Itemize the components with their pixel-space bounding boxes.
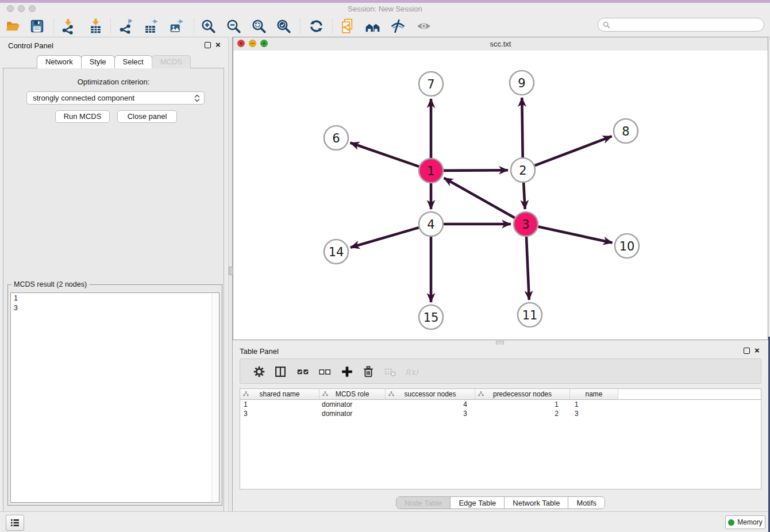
show-panels-button[interactable] — [6, 515, 24, 531]
toolbar-separator — [332, 19, 333, 34]
table-cell[interactable]: 2 — [475, 409, 570, 418]
graph-edge-1-6[interactable] — [351, 143, 419, 167]
zoom-out-button[interactable] — [224, 17, 243, 35]
close-panel-icon[interactable]: × — [215, 41, 222, 48]
table-cell[interactable]: 1 — [240, 400, 319, 409]
graph-edge-3-1[interactable] — [444, 178, 515, 218]
graph-node-9[interactable]: 9 — [510, 71, 534, 95]
delete-column-button[interactable] — [360, 363, 377, 380]
open-session-button[interactable] — [3, 17, 22, 35]
unselect-all-columns-button[interactable] — [316, 363, 333, 380]
optimization-dropdown[interactable]: strongly connected component — [26, 91, 205, 105]
close-panel-button[interactable]: Close panel — [117, 110, 177, 123]
graph-node-3[interactable]: 3 — [514, 212, 538, 236]
delete-table-button — [382, 363, 399, 380]
main-toolbar — [0, 16, 770, 37]
graph-edge-1-2[interactable] — [444, 170, 508, 171]
export-image-button[interactable] — [166, 17, 186, 35]
column-header-filler — [618, 389, 761, 400]
zoom-in-button[interactable] — [198, 17, 218, 35]
export-table-button[interactable] — [141, 17, 160, 35]
graph-node-4[interactable]: 4 — [419, 212, 443, 236]
table-tab-network-table[interactable]: Network Table — [505, 497, 568, 508]
graph-node-11[interactable]: 11 — [518, 303, 542, 327]
save-session-button[interactable] — [27, 17, 47, 35]
graph-edge-2-8[interactable] — [535, 136, 612, 165]
table-settings-button[interactable] — [251, 363, 268, 380]
table-header-row: shared nameMCDS rolesuccessor nodesprede… — [240, 389, 761, 400]
float-panel-icon[interactable] — [205, 42, 211, 49]
apply-layout-button[interactable] — [306, 17, 326, 35]
search-input[interactable] — [613, 20, 764, 30]
mcds-result-title: MCDS result (2 nodes) — [11, 280, 89, 288]
control-tab-mcds[interactable]: MCDS — [152, 55, 191, 68]
graph-node-1[interactable]: 1 — [419, 159, 443, 183]
table-tab-motifs[interactable]: Motifs — [568, 497, 605, 508]
control-tab-network[interactable]: Network — [37, 55, 82, 68]
graph-edge-2-3[interactable] — [523, 183, 525, 209]
control-tab-select[interactable]: Select — [114, 55, 152, 68]
graph-edge-4-14[interactable] — [351, 228, 419, 248]
vertical-splitter[interactable] — [228, 37, 233, 511]
table-cell[interactable]: 1 — [475, 400, 570, 409]
column-header-MCDS-role[interactable]: MCDS role — [319, 389, 386, 400]
graph-node-2[interactable]: 2 — [511, 158, 535, 182]
column-header-successor-nodes[interactable]: successor nodes — [386, 389, 475, 400]
export-network-button[interactable] — [116, 17, 135, 35]
column-header-name[interactable]: name — [570, 389, 618, 400]
graph-node-14[interactable]: 14 — [324, 240, 348, 264]
graph-node-10[interactable]: 10 — [615, 234, 639, 258]
mcds-result-list[interactable]: 13 — [10, 292, 220, 503]
float-panel-icon[interactable] — [744, 348, 750, 354]
main-titlebar: Session: New Session — [0, 3, 770, 16]
node-table: shared nameMCDS rolesuccessor nodesprede… — [240, 388, 761, 489]
list-icon — [10, 518, 20, 527]
table-cell[interactable]: 4 — [386, 400, 475, 409]
column-header-predecessor-nodes[interactable]: predecessor nodes — [475, 389, 570, 400]
table-tab-node-table[interactable]: Node Table — [396, 497, 451, 508]
table-cell[interactable]: dominator — [319, 409, 386, 418]
svg-text:15: 15 — [424, 311, 439, 325]
column-type-icon — [388, 391, 395, 399]
memory-button[interactable]: Memory — [725, 515, 765, 529]
search-field[interactable] — [598, 18, 764, 32]
table-cell[interactable]: 3 — [386, 409, 475, 418]
table-row[interactable]: 1dominator411 — [240, 400, 761, 409]
table-panel-title: Table Panel — [240, 347, 279, 356]
table-cell[interactable]: 1 — [570, 400, 618, 409]
table-cell[interactable]: dominator — [319, 400, 386, 409]
zoom-fit-button[interactable] — [249, 17, 268, 35]
horizontal-splitter[interactable] — [233, 340, 768, 345]
close-panel-icon[interactable]: × — [754, 347, 761, 354]
table-cell[interactable]: 3 — [570, 409, 618, 418]
graph-node-15[interactable]: 15 — [419, 305, 443, 329]
column-header-shared-name[interactable]: shared name — [240, 389, 319, 400]
graph-node-6[interactable]: 6 — [324, 126, 348, 150]
copy-style-button[interactable] — [338, 17, 357, 35]
control-panel-header: Control Panel × — [0, 37, 228, 54]
graph-edge-3-10[interactable] — [538, 227, 613, 243]
graph-edge-2-9[interactable] — [522, 98, 522, 157]
select-all-columns-button[interactable] — [294, 363, 311, 380]
graph-node-7[interactable]: 7 — [419, 72, 443, 96]
first-neighbors-button[interactable] — [363, 17, 382, 35]
hide-selected-button[interactable] — [388, 17, 407, 35]
result-scrollbar[interactable] — [211, 293, 219, 502]
graph-node-8[interactable]: 8 — [614, 119, 638, 143]
table-panel: Table Panel × f(x) shared nameMCDS roles… — [233, 345, 768, 509]
table-row[interactable]: 3dominator323 — [240, 409, 761, 418]
application-window: Session: New Session Control Panel × Net… — [0, 0, 770, 532]
network-canvas[interactable]: 7968124314101511 — [233, 51, 768, 340]
import-network-button[interactable] — [58, 17, 78, 35]
run-mcds-button[interactable]: Run MCDS — [55, 110, 110, 123]
control-tab-style[interactable]: Style — [81, 55, 115, 68]
show-columns-button[interactable] — [272, 363, 289, 380]
table-tab-edge-table[interactable]: Edge Table — [451, 497, 505, 508]
table-cell[interactable]: 3 — [240, 409, 319, 418]
memory-status-icon — [728, 519, 734, 526]
graph-edge-3-11[interactable] — [526, 237, 529, 300]
zoom-selected-button[interactable] — [274, 17, 293, 35]
network-title: scc.txt — [233, 40, 768, 48]
create-column-button[interactable] — [338, 363, 356, 380]
import-table-button[interactable] — [86, 17, 105, 35]
